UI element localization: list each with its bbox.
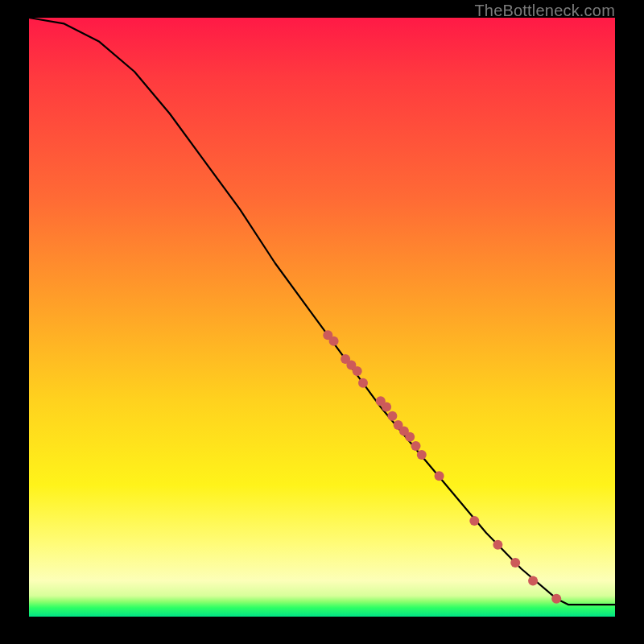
data-point xyxy=(417,450,427,460)
data-point xyxy=(405,432,415,442)
data-point xyxy=(510,558,520,568)
bottleneck-curve xyxy=(29,18,615,605)
chart-stage: TheBottleneck.com xyxy=(0,0,644,644)
plot-area xyxy=(29,18,615,617)
data-point xyxy=(382,402,391,412)
markers-group xyxy=(323,330,561,603)
chart-svg xyxy=(29,18,615,617)
data-point xyxy=(493,540,502,550)
data-point xyxy=(469,516,479,526)
data-point xyxy=(551,594,561,604)
data-point xyxy=(353,366,362,376)
data-point xyxy=(358,378,368,388)
data-point xyxy=(329,336,339,346)
data-point xyxy=(528,576,538,585)
data-point xyxy=(411,441,421,451)
data-point xyxy=(435,471,444,481)
data-point xyxy=(387,411,397,421)
